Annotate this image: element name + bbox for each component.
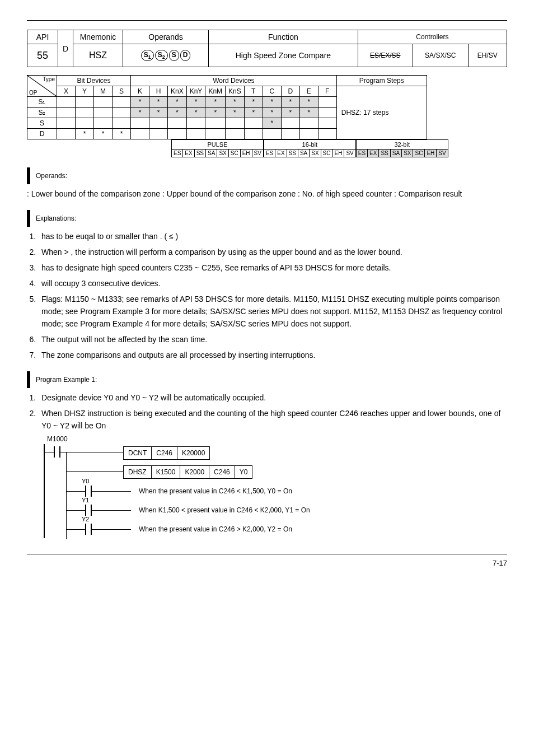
instruction-header: API D Mnemonic Operands Function Control… xyxy=(27,30,507,67)
pill-d: D xyxy=(180,50,191,61)
mnemonic: HSZ xyxy=(73,44,123,67)
steps-text: DHSZ: 17 steps xyxy=(336,86,427,139)
function-label: Function xyxy=(209,30,358,44)
note-y1: When K1,500 < present value in C246 < K2… xyxy=(139,506,310,514)
pill-s: S xyxy=(169,50,179,61)
section-operands: Operands: xyxy=(27,167,507,184)
operands-label: Operands xyxy=(123,30,209,44)
section-program-example: Program Example 1: xyxy=(27,371,507,388)
32bit-strip: 32-bit ESEXSSSASXSCEHSV xyxy=(356,139,448,157)
section-explanations: Explanations: xyxy=(27,210,507,227)
list-item: When DHSZ instruction is being executed … xyxy=(38,407,507,432)
section-bar-icon xyxy=(27,371,30,388)
section-title: Explanations: xyxy=(36,214,76,223)
section-bar-icon xyxy=(27,210,30,227)
section-title: Operands: xyxy=(36,172,67,180)
ctrl-sa: SA/SX/SC xyxy=(413,44,468,67)
pill-s2: S2 xyxy=(155,50,168,61)
list-item: has to designate high speed counters C23… xyxy=(38,262,507,274)
list-item: has to be euqal to or smaller than . ( ≤… xyxy=(38,230,507,242)
pill-s1: S1 xyxy=(141,50,154,61)
function-text: High Speed Zone Compare xyxy=(209,44,358,67)
ctrl-eh: EH/SV xyxy=(468,44,507,67)
program-steps-label: Program Steps xyxy=(336,76,427,86)
api-label: API xyxy=(27,30,58,44)
section-bar-icon xyxy=(27,167,30,184)
bit-devices-label: Bit Devices xyxy=(57,76,131,86)
operands: S1S2SD xyxy=(123,44,209,67)
operands-desc: : Lower bound of the comparison zone : U… xyxy=(27,188,507,200)
dcnt-box: DCNT C246 K20000 xyxy=(123,446,210,460)
ladder-diagram: M1000 DCNT C246 K20000 xyxy=(44,435,507,538)
list-item: The output will not be affected by the s… xyxy=(38,333,507,346)
api-number: 55 xyxy=(27,44,58,67)
list-item: The zone comparisons and outputs are all… xyxy=(38,349,507,361)
ctrl-es: ES/EX/SS xyxy=(358,44,413,67)
dhsz-box: DHSZ K1500 K2000 C246 Y0 xyxy=(123,465,252,479)
type-op-corner: Type OP xyxy=(27,76,57,97)
operand-grid: Type OP Bit Devices Word Devices Program… xyxy=(27,75,427,139)
list-item: When > , the instruction will perform a … xyxy=(38,246,507,258)
note-y2: When the present value in C246 > K2,000,… xyxy=(139,525,292,533)
program-example-list: Designate device Y0 and Y0 ~ Y2 will be … xyxy=(38,391,507,432)
mnemonic-label: Mnemonic xyxy=(73,30,123,44)
m1000-label: M1000 xyxy=(47,435,507,443)
controllers-label: Controllers xyxy=(358,30,507,44)
pulse-strip: PULSE ESEXSSSASXSCEHSV xyxy=(171,139,264,157)
list-item: will occupy 3 consecutive devices. xyxy=(38,277,507,290)
16bit-strip: 16-bit ESEXSSSASXSCEHSV xyxy=(264,139,356,157)
note-y0: When the present value in C246 < K1,500,… xyxy=(139,487,292,495)
page-number: 7-17 xyxy=(27,559,507,567)
list-item: Flags: M1150 ~ M1333; see remarks of API… xyxy=(38,293,507,330)
explanations-list: has to be euqal to or smaller than . ( ≤… xyxy=(38,230,507,361)
list-item: Designate device Y0 and Y0 ~ Y2 will be … xyxy=(38,391,507,404)
word-devices-label: Word Devices xyxy=(131,76,337,86)
d-label: D xyxy=(58,30,73,67)
section-title: Program Example 1: xyxy=(36,376,97,384)
